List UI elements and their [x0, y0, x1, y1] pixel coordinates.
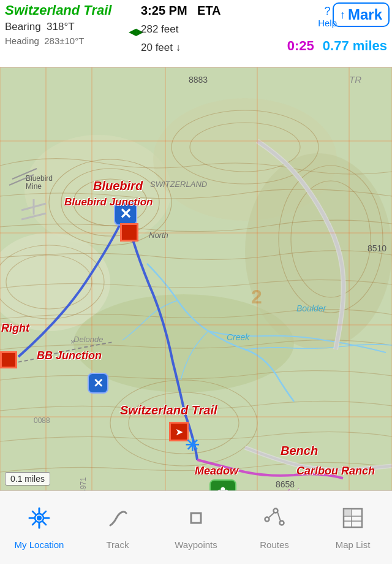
waypoint-blue-bb-icon: ✕: [93, 376, 104, 391]
waypoint-red-bluebird[interactable]: [120, 223, 138, 242]
wildflowers-icon: ✿: [216, 484, 230, 491]
time-display: 3:25 PM ETA: [141, 4, 221, 18]
tab-map-list-label: Map List: [336, 539, 371, 550]
eta-values: 0:25 0.77 miles: [287, 38, 387, 54]
label-bluebird-junction: Bluebird Junction: [64, 196, 153, 208]
svg-line-65: [277, 512, 281, 521]
scale-text: 0.1 miles: [10, 474, 45, 484]
svg-rect-60: [191, 513, 201, 523]
svg-line-58: [32, 522, 36, 525]
svg-text:Delonde: Delonde: [74, 335, 103, 344]
svg-line-55: [32, 511, 36, 514]
label-bluebird: Bluebird: [93, 179, 143, 193]
mark-button[interactable]: ↑ Mark: [333, 2, 390, 27]
track-icon: [105, 506, 130, 536]
tab-routes[interactable]: Routes: [238, 491, 311, 564]
waypoints-icon: [184, 506, 208, 536]
tab-map-list[interactable]: Map List: [316, 491, 390, 564]
map-view[interactable]: 8883 8510 8658 TR SWITZERLAND North Blue…: [0, 67, 392, 490]
waypoint-wildflowers[interactable]: ✿: [209, 479, 236, 490]
label-sunset-view: sunset view: [265, 487, 309, 490]
svg-text:Mine: Mine: [26, 182, 42, 191]
label-switzerland-trail: Switzerland Trail: [120, 403, 217, 417]
svg-text:Boulder: Boulder: [296, 303, 327, 313]
eta-time: 0:25: [287, 38, 314, 54]
label-meadow: Meadow: [195, 465, 238, 478]
waypoint-blue-bb[interactable]: ✕: [88, 373, 108, 394]
tab-my-location[interactable]: My Location: [2, 491, 76, 564]
svg-point-50: [37, 516, 42, 520]
topo-background: 8883 8510 8658 TR SWITZERLAND North Blue…: [0, 67, 392, 490]
svg-text:4971: 4971: [79, 477, 88, 490]
map-list-icon: [341, 506, 365, 536]
trail-name: Switzerland Trail: [5, 2, 111, 18]
svg-text:North: North: [149, 231, 168, 240]
svg-text:×: ×: [70, 338, 75, 346]
waypoint-asterisk-meadow[interactable]: ✳: [185, 435, 199, 455]
svg-line-57: [43, 511, 46, 514]
svg-text:2: 2: [251, 286, 262, 308]
svg-rect-70: [344, 509, 352, 516]
tab-waypoints-label: Waypoints: [175, 539, 217, 550]
svg-text:8510: 8510: [368, 243, 386, 253]
svg-line-56: [43, 522, 46, 525]
svg-text:TR: TR: [349, 74, 361, 85]
tab-routes-label: Routes: [260, 539, 289, 550]
scale-bar: 0.1 miles: [5, 472, 50, 486]
label-bb-junction: BB Junction: [37, 349, 102, 362]
svg-text:8883: 8883: [189, 75, 208, 85]
distance2-display: 20 feet ↓: [141, 42, 181, 54]
waypoint-switz-icon: ➤: [175, 426, 183, 438]
label-caribou-ranch: Caribou Ranch: [296, 465, 375, 478]
eta-distance: 0.77 miles: [323, 38, 387, 54]
svg-text:Bluebird: Bluebird: [26, 174, 53, 183]
bearing-label: Bearing 318°T: [5, 21, 75, 32]
waypoint-red-bb[interactable]: [0, 351, 17, 368]
mark-arrow-icon: ↑: [340, 9, 345, 21]
svg-text:Creek: Creek: [227, 332, 250, 342]
label-right: Right: [1, 322, 29, 335]
label-bench: Bench: [281, 444, 318, 458]
tab-track-label: Track: [107, 539, 129, 550]
distance1-display: 282 feet: [141, 23, 178, 36]
heading-label: Heading 283±10°T: [5, 36, 84, 46]
tab-bar: My Location Track Waypoints: [0, 490, 392, 564]
routes-icon: [262, 506, 287, 536]
tab-track[interactable]: Track: [81, 491, 154, 564]
header: Switzerland Trail Bearing 318°T ◀▶ Headi…: [0, 0, 392, 67]
svg-text:0088: 0088: [34, 416, 50, 425]
tab-waypoints[interactable]: Waypoints: [159, 491, 233, 564]
svg-line-64: [268, 513, 274, 518]
tab-my-location-label: My Location: [15, 539, 64, 550]
svg-text:SWITZERLAND: SWITZERLAND: [150, 180, 207, 189]
my-location-icon: [27, 506, 51, 536]
